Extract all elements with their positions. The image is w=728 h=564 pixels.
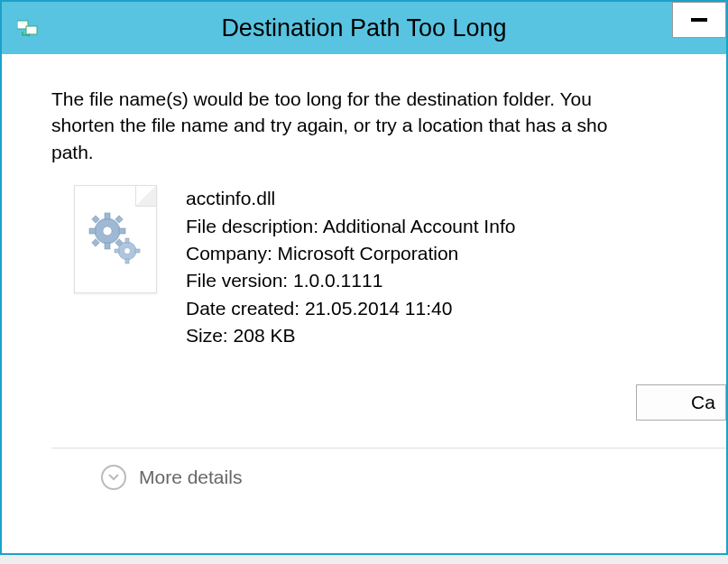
file-date-label: Date created: bbox=[186, 298, 305, 319]
file-transfer-icon bbox=[15, 15, 41, 41]
file-description-value: Additional Account Info bbox=[323, 216, 516, 236]
message-line: path. bbox=[51, 139, 726, 165]
minimize-button[interactable] bbox=[672, 2, 726, 38]
message-line: shorten the file name and try again, or … bbox=[51, 112, 726, 138]
file-company-row: Company: Microsoft Corporation bbox=[186, 240, 515, 267]
more-details-toggle[interactable]: More details bbox=[101, 465, 242, 490]
file-name: acctinfo.dll bbox=[186, 185, 515, 212]
file-version-value: 1.0.0.1111 bbox=[293, 270, 382, 291]
window-title: Destination Path Too Long bbox=[221, 14, 506, 42]
svg-rect-18 bbox=[135, 249, 140, 253]
more-details-label: More details bbox=[139, 467, 242, 488]
cancel-button[interactable]: Ca bbox=[636, 384, 726, 421]
file-description-label: File description: bbox=[186, 216, 323, 236]
message-line: The file name(s) would be too long for t… bbox=[51, 86, 726, 112]
file-version-label: File version: bbox=[186, 270, 293, 291]
file-info-block: acctinfo.dll File description: Additiona… bbox=[74, 185, 726, 350]
svg-rect-17 bbox=[115, 249, 119, 253]
chevron-down-icon bbox=[101, 465, 126, 490]
file-company-label: Company: bbox=[186, 243, 278, 264]
dialog-body: The file name(s) would be too long for t… bbox=[2, 54, 726, 553]
svg-rect-7 bbox=[89, 228, 96, 234]
file-details: acctinfo.dll File description: Additiona… bbox=[186, 185, 515, 350]
svg-rect-16 bbox=[125, 259, 129, 264]
svg-rect-15 bbox=[125, 238, 129, 243]
file-date-row: Date created: 21.05.2014 11:40 bbox=[186, 295, 515, 322]
file-size-value: 208 KB bbox=[234, 325, 296, 346]
dll-file-icon bbox=[74, 185, 157, 293]
svg-point-14 bbox=[124, 248, 131, 254]
file-version-row: File version: 1.0.0.1111 bbox=[186, 267, 515, 294]
file-date-value: 21.05.2014 11:40 bbox=[305, 298, 453, 319]
file-description-row: File description: Additional Account Inf… bbox=[186, 213, 515, 240]
file-company-value: Microsoft Corporation bbox=[278, 243, 459, 264]
svg-rect-6 bbox=[105, 243, 110, 249]
error-message: The file name(s) would be too long for t… bbox=[51, 86, 726, 165]
svg-rect-8 bbox=[119, 228, 125, 234]
svg-rect-1 bbox=[26, 26, 37, 34]
dialog-footer: More details bbox=[51, 448, 726, 490]
file-size-row: Size: 208 KB bbox=[186, 322, 515, 349]
svg-rect-5 bbox=[105, 213, 110, 219]
svg-rect-2 bbox=[691, 18, 707, 22]
title-bar[interactable]: Destination Path Too Long bbox=[2, 2, 726, 54]
button-row: Ca bbox=[51, 384, 726, 421]
svg-point-4 bbox=[103, 227, 112, 236]
gears-icon bbox=[88, 211, 145, 269]
dialog-window: Destination Path Too Long The file name(… bbox=[0, 0, 728, 555]
file-size-label: Size: bbox=[186, 325, 234, 346]
